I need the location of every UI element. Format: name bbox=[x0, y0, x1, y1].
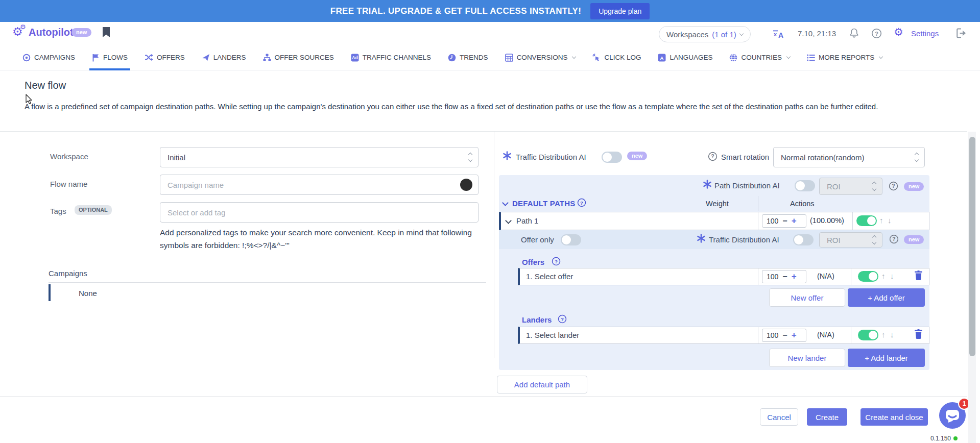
nav-offer-sources[interactable]: OFFER SOURCES bbox=[263, 45, 334, 70]
add-offer-button[interactable]: + Add offer bbox=[848, 288, 925, 307]
nav-more-reports[interactable]: MORE REPORTS bbox=[807, 45, 882, 70]
campaigns-row-bar bbox=[49, 284, 51, 301]
settings-link[interactable]: Settings bbox=[911, 29, 939, 38]
path-ai-metric-select[interactable]: ROI bbox=[819, 178, 882, 195]
bell-icon[interactable] bbox=[849, 28, 859, 41]
traffic-ai-help-icon[interactable]: ? bbox=[889, 234, 899, 246]
settings-gear-icon[interactable]: ⚙ bbox=[894, 26, 903, 38]
flow-color-indicator[interactable] bbox=[460, 179, 472, 191]
svg-text:?: ? bbox=[711, 154, 714, 159]
weight-plus-button[interactable]: + bbox=[792, 272, 797, 282]
workspace-select[interactable]: Initial bbox=[160, 147, 479, 167]
select-chevrons-icon bbox=[873, 236, 876, 244]
footer-divider bbox=[0, 396, 967, 397]
flag-icon bbox=[92, 54, 100, 62]
add-lander-button[interactable]: + Add lander bbox=[848, 349, 925, 367]
chevron-down-icon bbox=[739, 31, 744, 35]
chevron-down-icon bbox=[786, 55, 791, 59]
traffic-ai-new-badge: new bbox=[627, 152, 647, 160]
traffic-distribution-ai-toggle[interactable] bbox=[602, 152, 622, 163]
new-offer-button[interactable]: New offer bbox=[769, 288, 845, 307]
app-window: FREE TRIAL. UPGRADE & GET FULL ACCESS IN… bbox=[0, 0, 980, 443]
move-up-arrow[interactable]: ↑ bbox=[881, 330, 886, 339]
lander-enabled-toggle[interactable] bbox=[858, 330, 878, 340]
page-title: New flow bbox=[25, 80, 66, 91]
create-and-close-button[interactable]: Create and close bbox=[861, 408, 928, 426]
path-ai-new-badge: new bbox=[904, 182, 924, 191]
chevron-down-icon bbox=[879, 55, 883, 59]
divider bbox=[49, 282, 486, 283]
cancel-button[interactable]: Cancel bbox=[760, 408, 798, 426]
logout-icon[interactable] bbox=[956, 28, 967, 40]
move-up-arrow[interactable]: ↑ bbox=[879, 216, 883, 225]
move-down-arrow[interactable]: ↓ bbox=[888, 216, 892, 225]
offer-enabled-toggle[interactable] bbox=[858, 271, 878, 282]
smart-rotation-select[interactable]: Normal rotation(random) bbox=[773, 147, 925, 167]
translate-icon[interactable]: x A bbox=[773, 29, 785, 41]
weight-minus-button[interactable]: − bbox=[782, 216, 787, 226]
nav-flows[interactable]: FLOWS bbox=[92, 45, 128, 70]
target-icon bbox=[22, 54, 31, 62]
tags-input[interactable] bbox=[160, 202, 479, 223]
nav-languages[interactable]: A LANGUAGES bbox=[658, 45, 712, 70]
ad-icon: Ad bbox=[351, 54, 359, 62]
path-ai-help-icon[interactable]: ? bbox=[889, 181, 898, 193]
workspaces-label: Workspaces bbox=[666, 30, 708, 39]
offer-weight-stepper[interactable]: 100 − + bbox=[762, 270, 806, 283]
scrollbar-thumb[interactable] bbox=[969, 137, 975, 356]
landers-help-icon[interactable]: ? bbox=[558, 314, 567, 326]
add-default-path-button[interactable]: Add default path bbox=[497, 376, 587, 393]
path-enabled-toggle[interactable] bbox=[856, 215, 877, 226]
offer-only-toggle[interactable] bbox=[561, 234, 581, 245]
offer-only-label: Offer only bbox=[521, 235, 554, 244]
nav-traffic-channels[interactable]: Ad TRAFFIC CHANNELS bbox=[351, 45, 431, 70]
nav-countries[interactable]: COUNTRIES bbox=[729, 45, 790, 70]
smart-rotation-help-icon[interactable]: ? bbox=[708, 152, 718, 163]
weight-minus-button[interactable]: − bbox=[782, 331, 787, 340]
flow-name-input[interactable] bbox=[160, 175, 479, 195]
bookmark-icon[interactable] bbox=[102, 27, 110, 40]
weight-minus-button[interactable]: − bbox=[782, 272, 787, 281]
path-traffic-ai-label: Traffic Distribution AI bbox=[709, 235, 779, 244]
move-up-arrow[interactable]: ↑ bbox=[881, 272, 886, 280]
svg-text:A: A bbox=[660, 55, 664, 60]
nav-click-log[interactable]: CLICK LOG bbox=[592, 45, 641, 70]
nav-landers[interactable]: LANDERS bbox=[202, 45, 246, 70]
path-weight-stepper[interactable]: 100 − + bbox=[762, 214, 806, 228]
divider bbox=[0, 131, 967, 132]
chevron-down-icon bbox=[572, 55, 576, 59]
new-lander-button[interactable]: New lander bbox=[769, 349, 845, 367]
weight-column-header: Weight bbox=[706, 200, 729, 208]
delete-offer-trash-icon[interactable] bbox=[914, 270, 923, 282]
path-traffic-ai-metric-select[interactable]: ROI bbox=[819, 232, 882, 248]
default-paths-help-icon[interactable]: ? bbox=[577, 198, 586, 209]
move-down-arrow[interactable]: ↓ bbox=[890, 330, 894, 339]
help-icon[interactable]: ? bbox=[871, 28, 882, 41]
svg-text:?: ? bbox=[875, 31, 878, 37]
create-button[interactable]: Create bbox=[807, 408, 847, 426]
nav-campaigns[interactable]: CAMPAIGNS bbox=[22, 45, 75, 70]
lander-weight-stepper[interactable]: 100 − + bbox=[762, 329, 806, 342]
traffic-distribution-ai-label: Traffic Distribution AI bbox=[516, 153, 586, 161]
nav-offers[interactable]: OFFERS bbox=[145, 45, 185, 70]
path-traffic-ai-toggle[interactable] bbox=[793, 234, 814, 245]
app-title: Autopilot bbox=[29, 27, 74, 38]
optional-badge: OPTIONAL bbox=[75, 205, 112, 215]
workspaces-selector[interactable]: Workspaces (1 of 1) bbox=[659, 26, 751, 42]
weight-plus-button[interactable]: + bbox=[792, 330, 797, 340]
weight-plus-button[interactable]: + bbox=[792, 216, 797, 226]
move-down-arrow[interactable]: ↓ bbox=[890, 272, 894, 280]
offer-row-name[interactable]: 1. Select offer bbox=[526, 272, 573, 281]
offers-help-icon[interactable]: ? bbox=[552, 257, 561, 268]
upgrade-plan-button[interactable]: Upgrade plan bbox=[590, 3, 650, 19]
path-distribution-ai-toggle[interactable] bbox=[795, 180, 815, 191]
nav-conversions[interactable]: CONVERSIONS bbox=[505, 45, 576, 70]
lander-share: (N/A) bbox=[817, 331, 834, 339]
default-paths-title: DEFAULT PATHS bbox=[512, 199, 575, 208]
clock-icon bbox=[448, 54, 456, 62]
lander-row-name[interactable]: 1. Select lander bbox=[526, 331, 579, 339]
svg-text:?: ? bbox=[561, 316, 564, 322]
nav-trends[interactable]: TRENDS bbox=[448, 45, 488, 70]
main-nav: CAMPAIGNS FLOWS OFFERS LANDERS OFFER SOU… bbox=[0, 45, 980, 70]
delete-lander-trash-icon[interactable] bbox=[914, 329, 923, 341]
